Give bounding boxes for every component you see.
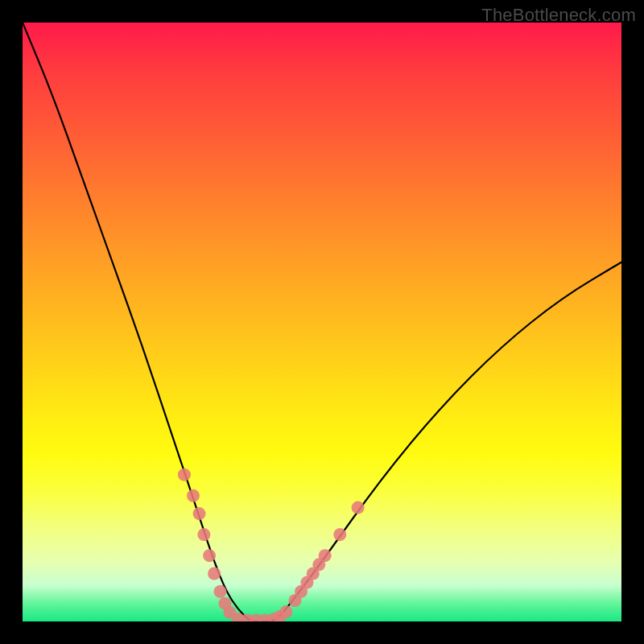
marker-layer xyxy=(178,469,365,621)
data-marker xyxy=(352,502,365,514)
data-marker xyxy=(214,585,227,598)
data-marker xyxy=(279,605,292,618)
data-marker xyxy=(187,489,200,502)
chart-stage: TheBottleneck.com xyxy=(0,0,644,644)
data-marker xyxy=(208,568,221,580)
data-marker xyxy=(203,549,216,562)
watermark-text: TheBottleneck.com xyxy=(481,5,636,26)
data-marker xyxy=(333,528,346,541)
curve-path xyxy=(23,23,621,621)
data-marker xyxy=(197,528,210,541)
data-marker xyxy=(193,507,206,520)
curve-layer xyxy=(23,23,621,621)
data-marker xyxy=(319,549,332,562)
plot-area xyxy=(23,23,621,621)
data-marker xyxy=(178,469,191,481)
bottleneck-curve-line xyxy=(23,23,621,621)
